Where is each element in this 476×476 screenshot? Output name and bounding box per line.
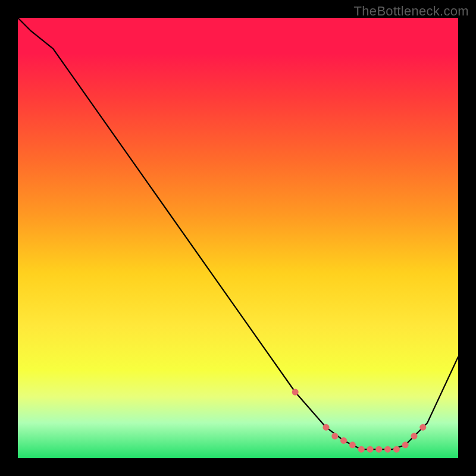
marker-dot [331, 433, 338, 440]
marker-dot [358, 446, 365, 453]
marker-dot [375, 446, 382, 453]
marker-dot [340, 437, 347, 444]
marker-dot [292, 389, 299, 396]
marker-dot [384, 446, 391, 453]
watermark-text: TheBottleneck.com [354, 4, 469, 19]
marker-dot [402, 441, 409, 448]
curve-path-group [18, 18, 458, 449]
curve-path [18, 18, 458, 449]
chart-svg [18, 18, 458, 458]
marker-dot [411, 433, 418, 440]
marker-dot [349, 441, 356, 448]
marker-dot [367, 446, 374, 453]
marker-dot [323, 424, 330, 431]
marker-dot [419, 424, 426, 431]
chart-frame: TheBottleneck.com [0, 0, 476, 476]
plot-area [18, 18, 458, 458]
marker-dot [393, 446, 400, 453]
markers-group [292, 389, 427, 453]
